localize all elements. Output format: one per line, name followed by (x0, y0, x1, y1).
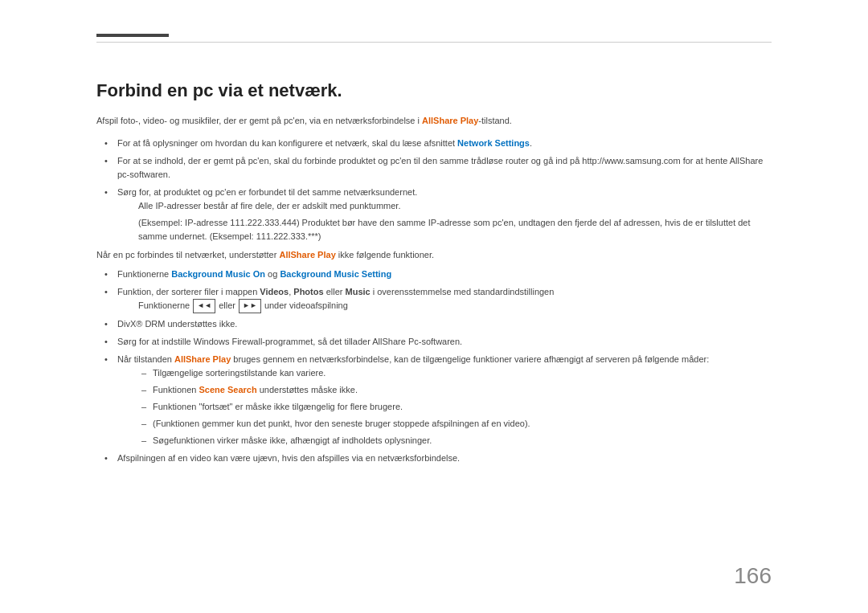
bullet-1-before: For at få oplysninger om hvordan du kan … (117, 138, 457, 148)
top-divider-line (96, 42, 772, 43)
fastforward-icon: ►► (239, 299, 261, 313)
fb2-before: Funktion, der sorterer filer i mappen (117, 287, 260, 296)
fb2-after: i overensstemmelse med standardindstilli… (371, 287, 555, 296)
fb3-text: DivX® DRM understøttes ikke. (117, 319, 237, 329)
bullet-1-highlight: Network Settings (457, 138, 530, 148)
feature-bullet-list: Funktionerne Background Music On og Back… (104, 268, 772, 466)
fb2-bold3: Music (346, 287, 371, 296)
page-title: Forbind en pc via et netværk. (96, 80, 772, 101)
bullet-item-3: Sørg for, at produktet og pc'en er forbu… (104, 186, 772, 243)
fb4-text: Sørg for at indstille Windows Firewall-p… (117, 337, 462, 346)
feature-bullet-2: Funktion, der sorterer filer i mappen Vi… (104, 285, 772, 313)
fb5-highlight: AllShare Play (174, 354, 231, 364)
fb5-after: bruges gennem en netværksforbindelse, ka… (231, 354, 709, 364)
dash-item-3: Funktionen "fortsæt" er måske ikke tilgæ… (141, 400, 772, 414)
dash-5-text: Søgefunktionen virker måske ikke, afhæng… (153, 435, 432, 445)
fb1-highlight2: Background Music Setting (280, 269, 391, 279)
dash-item-1: Tilgængelige sorteringstilstande kan var… (141, 366, 772, 380)
bullet-item-1: For at få oplysninger om hvordan du kan … (104, 137, 772, 150)
dash-list: Tilgængelige sorteringstilstande kan var… (141, 366, 772, 447)
middle-text-before: Når en pc forbindes til netværket, under… (96, 250, 279, 260)
bullet-1-after: . (530, 138, 532, 148)
dash-4-text: (Funktionen gemmer kun det punkt, hvor d… (153, 419, 530, 428)
middle-highlight: AllShare Play (279, 250, 335, 260)
dash-item-2: Funktionen Scene Search understøttes mås… (141, 383, 772, 397)
bullet-2-text: For at se indhold, der er gemt på pc'en,… (117, 156, 763, 179)
left-accent-bar (96, 34, 169, 37)
page-number: 166 (734, 563, 772, 589)
rewind-icon: ◄◄ (193, 299, 215, 313)
bullet-3-sub-1: Alle IP-adresser består af fire dele, de… (138, 199, 772, 213)
intro-text-before: Afspil foto-, video- og musikfiler, der … (96, 116, 422, 125)
dash-1-text: Tilgængelige sorteringstilstande kan var… (153, 368, 326, 378)
main-content: Forbind en pc via et netværk. Afspil fot… (96, 80, 772, 465)
dash-2-after: understøttes måske ikke. (257, 385, 358, 394)
middle-paragraph: Når en pc forbindes til netværket, under… (96, 248, 772, 263)
feature-bullet-1: Funktionerne Background Music On og Back… (104, 268, 772, 281)
fb2-bold2: Photos (293, 287, 323, 296)
bullet-list-main: For at få oplysninger om hvordan du kan … (104, 137, 772, 243)
feature-bullet-3: DivX® DRM understøttes ikke. (104, 317, 772, 331)
fb2-bold1: Videos (260, 287, 289, 296)
dash-item-5: Søgefunktionen virker måske ikke, afhæng… (141, 434, 772, 447)
intro-text-suffix: -tilstand. (478, 116, 512, 125)
fb1-highlight1: Background Music On (171, 269, 265, 279)
intro-highlight: AllShare Play (422, 116, 478, 125)
dash-item-4: (Funktionen gemmer kun det punkt, hvor d… (141, 417, 772, 431)
feature-bullet-5: Når tilstanden AllShare Play bruges genn… (104, 353, 772, 447)
dash-2-before: Funktionen (153, 385, 199, 394)
fb2-mid2: eller (324, 287, 346, 296)
middle-text-after: ikke følgende funktioner. (336, 250, 434, 260)
page-container: Forbind en pc via et netværk. Afspil fot… (0, 0, 868, 613)
fb5-before: Når tilstanden (117, 354, 174, 364)
fb6-text: Afspilningen af en video kan være ujævn,… (117, 453, 460, 463)
dash-2-highlight: Scene Search (199, 385, 256, 394)
dash-3-text: Funktionen "fortsæt" er måske ikke tilgæ… (153, 402, 403, 411)
bullet-3-sub-2: (Eksempel: IP-adresse 111.222.333.444) P… (138, 216, 772, 243)
fb1-mid: og (265, 269, 280, 279)
feature-bullet-4: Sørg for at indstille Windows Firewall-p… (104, 335, 772, 349)
bullet-3-text: Sørg for, at produktet og pc'en er forbu… (117, 187, 417, 197)
intro-paragraph: Afspil foto-, video- og musikfiler, der … (96, 114, 772, 129)
fb2-sub: Funktionerne ◄◄ eller ►► under videoafsp… (138, 299, 772, 313)
feature-bullet-6: Afspilningen af en video kan være ujævn,… (104, 452, 772, 465)
fb1-before: Funktionerne (117, 269, 171, 279)
bullet-item-2: For at se indhold, der er gemt på pc'en,… (104, 154, 772, 182)
